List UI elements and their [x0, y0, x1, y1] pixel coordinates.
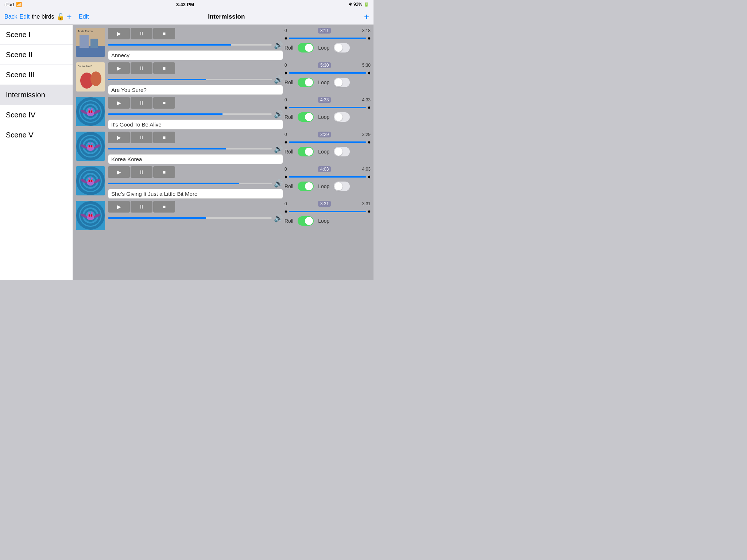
time-end-6: 3:31: [362, 201, 371, 206]
time-start-4: 0: [285, 132, 287, 137]
loop-toggle-3[interactable]: [334, 112, 350, 122]
roll-toggle-1[interactable]: [298, 43, 314, 52]
sidebar-item-scene-1[interactable]: Scene I: [0, 25, 73, 45]
time-end-4: 3:29: [362, 132, 371, 137]
toggle-row-1: Roll Loop: [285, 43, 371, 52]
track-1-name[interactable]: Annecy: [108, 50, 283, 60]
volume-slider-1[interactable]: [108, 44, 272, 46]
time-start-3: 0: [285, 97, 287, 102]
edit-button-left[interactable]: Edit: [20, 13, 30, 20]
time-start-2: 0: [285, 63, 287, 68]
sidebar-item-scene-2[interactable]: Scene II: [0, 45, 73, 65]
diamond-right-3: ♦: [368, 104, 371, 111]
stop-button-3[interactable]: ■: [153, 97, 175, 109]
roll-toggle-6[interactable]: [298, 216, 314, 226]
transport-group-2: ▶ ⏸ ■: [108, 62, 283, 74]
range-slider-2[interactable]: [289, 72, 366, 74]
nav-center: Edit Intermission +: [73, 12, 374, 22]
lock-icon[interactable]: 🔓: [57, 13, 65, 21]
loop-label-4: Loop: [318, 149, 329, 155]
loop-toggle-1[interactable]: [334, 43, 350, 52]
sidebar-item-scene-4[interactable]: Scene IV: [0, 105, 73, 125]
play-button-1[interactable]: ▶: [108, 28, 130, 39]
sidebar-item-intermission[interactable]: Intermission: [0, 85, 73, 105]
roll-toggle-4[interactable]: [298, 147, 314, 156]
sidebar-item-scene-3[interactable]: Scene III: [0, 65, 73, 85]
range-slider-5[interactable]: [289, 176, 366, 178]
volume-row-1: 🔊: [108, 40, 283, 49]
add-scene-button[interactable]: +: [67, 12, 72, 22]
svg-point-34: [89, 180, 90, 182]
stop-button-6[interactable]: ■: [153, 201, 175, 213]
time-end-1: 3:18: [362, 28, 371, 33]
diamond-left-3: ♦: [285, 104, 287, 111]
track-slider-2: ♦ ♦: [285, 70, 371, 76]
pause-button-5[interactable]: ⏸: [131, 166, 152, 178]
volume-slider-5[interactable]: [108, 183, 272, 184]
pause-button-3[interactable]: ⏸: [131, 97, 152, 109]
stop-button-2[interactable]: ■: [153, 62, 175, 74]
svg-rect-2: [80, 35, 89, 48]
range-slider-4[interactable]: [289, 141, 366, 143]
sidebar-empty-1: [0, 145, 73, 165]
volume-icon-1: 🔊: [274, 40, 283, 49]
stop-button-1[interactable]: ■: [153, 28, 175, 39]
volume-slider-2[interactable]: [108, 79, 272, 80]
toggle-row-2: Roll Loop: [285, 78, 371, 87]
roll-label-4: Roll: [285, 149, 293, 155]
track-4-name[interactable]: Korea Korea: [108, 154, 283, 164]
loop-toggle-4[interactable]: [334, 147, 350, 156]
add-track-button[interactable]: +: [364, 12, 374, 22]
track-5-name[interactable]: She's Giving It Just a Little Bit More: [108, 189, 283, 199]
sidebar-empty-3: [0, 185, 73, 205]
range-slider-1[interactable]: [289, 38, 366, 39]
volume-slider-6[interactable]: [108, 217, 272, 219]
loop-label-6: Loop: [318, 218, 329, 224]
range-slider-6[interactable]: [289, 211, 366, 212]
svg-point-22: [87, 145, 94, 151]
svg-point-44: [91, 214, 92, 217]
roll-label-3: Roll: [285, 114, 293, 120]
volume-icon-5: 🔊: [274, 179, 283, 188]
edit-button-center[interactable]: Edit: [73, 13, 89, 20]
volume-slider-4[interactable]: [108, 148, 272, 149]
track-1-right: 0 3:11 3:18 ♦ ♦ Roll Loop: [283, 28, 371, 52]
loop-toggle-2[interactable]: [334, 78, 350, 87]
roll-toggle-2[interactable]: [298, 78, 314, 87]
scene-4-label: Scene IV: [6, 111, 35, 119]
pause-button-4[interactable]: ⏸: [131, 132, 152, 143]
loop-toggle-5[interactable]: [334, 182, 350, 191]
stop-button-5[interactable]: ■: [153, 166, 175, 178]
roll-toggle-3[interactable]: [298, 112, 314, 122]
play-button-3[interactable]: ▶: [108, 97, 130, 109]
back-button[interactable]: Back: [4, 13, 18, 20]
track-2-name[interactable]: Are You Sure?: [108, 85, 283, 95]
loop-label-5: Loop: [318, 183, 329, 189]
pause-button-1[interactable]: ⏸: [131, 28, 152, 39]
volume-row-6: 🔊: [108, 214, 283, 222]
scene-3-label: Scene III: [6, 71, 35, 79]
svg-point-26: [91, 145, 92, 147]
track-3-name[interactable]: It's Good To Be Alive: [108, 120, 283, 129]
time-start-6: 0: [285, 201, 287, 206]
range-slider-3[interactable]: [289, 107, 366, 108]
volume-slider-3[interactable]: [108, 113, 272, 115]
svg-rect-3: [90, 39, 98, 48]
play-button-5[interactable]: ▶: [108, 166, 130, 178]
transport-group-5: ▶ ⏸ ■: [108, 166, 283, 178]
roll-toggle-5[interactable]: [298, 182, 314, 191]
sidebar-item-scene-5[interactable]: Scene V: [0, 125, 73, 145]
track-row: ▶ ⏸ ■ 🔊 0 3:31 3:31 ♦ ♦: [76, 201, 371, 230]
pause-button-2[interactable]: ⏸: [131, 62, 152, 74]
svg-point-31: [87, 180, 94, 186]
time-display: 3:42 PM: [176, 2, 194, 7]
play-button-2[interactable]: ▶: [108, 62, 130, 74]
track-3-artwork: [76, 97, 105, 126]
pause-button-6[interactable]: ⏸: [131, 201, 152, 213]
play-button-6[interactable]: ▶: [108, 201, 130, 213]
stop-button-4[interactable]: ■: [153, 132, 175, 143]
play-button-4[interactable]: ▶: [108, 132, 130, 143]
scene-title: Intermission: [89, 13, 364, 20]
track-1-info: ▶ ⏸ ■ 🔊 Annecy: [108, 28, 283, 60]
track-5-right: 0 4:03 4:03 ♦ ♦ Roll Loop: [283, 166, 371, 191]
